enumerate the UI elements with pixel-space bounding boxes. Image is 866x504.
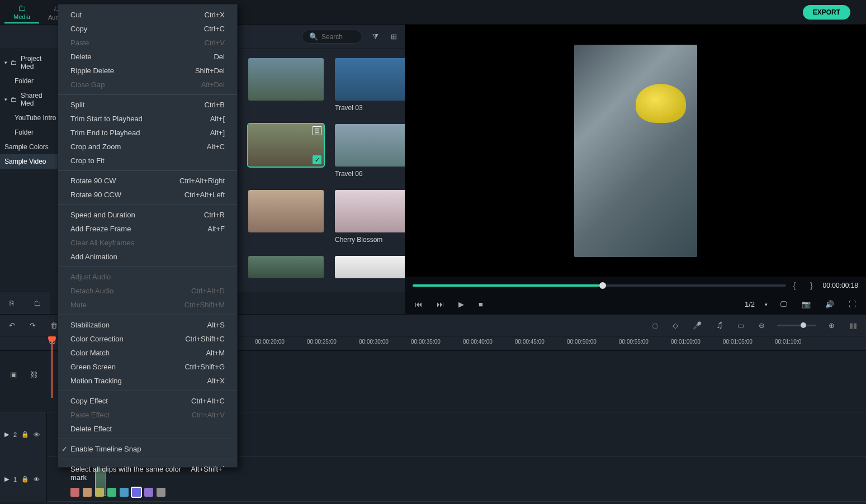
ruler-tick: 00:00:30:00: [359, 339, 389, 345]
ctx-enable-snap[interactable]: Enable Timeline Snap: [58, 442, 237, 456]
redo-icon[interactable]: ↷: [27, 319, 38, 332]
color-swatch[interactable]: [95, 488, 104, 497]
ctx-color-correction[interactable]: Color CorrectionCtrl+Shift+C: [58, 332, 237, 346]
ctx-crop-fit[interactable]: Crop to Fit: [58, 154, 237, 168]
eye-icon[interactable]: 👁: [34, 476, 40, 483]
search-box[interactable]: 🔍: [302, 30, 362, 44]
split-view-icon[interactable]: ▮▮: [847, 319, 859, 332]
zoom-ratio[interactable]: 1/2: [745, 300, 755, 308]
thumb-image: [335, 124, 405, 167]
media-thumb-selected[interactable]: ⊟ ✓: [248, 124, 324, 178]
voiceover-icon[interactable]: 🎤: [690, 319, 704, 332]
lock-icon[interactable]: 🔒: [21, 431, 29, 438]
chevron-down-icon[interactable]: ▾: [765, 302, 768, 307]
sidebar-project-media[interactable]: ▾🗀Project Med: [0, 51, 61, 74]
ruler-tick: 00:00:25:00: [307, 339, 337, 345]
media-thumb[interactable]: [248, 190, 324, 244]
zoom-in-icon[interactable]: ⊕: [826, 319, 837, 332]
sidebar-sample-video[interactable]: Sample Video: [0, 154, 61, 169]
ctx-mute: MuteCtrl+Shift+M: [58, 298, 237, 312]
aspect-badge-icon: ⊟: [313, 126, 321, 135]
zoom-out-icon[interactable]: ⊖: [756, 319, 767, 332]
ctx-copy[interactable]: CopyCtrl+C: [58, 22, 237, 36]
ctx-ripple-delete[interactable]: Ripple DeleteShift+Del: [58, 64, 237, 78]
grid-view-icon[interactable]: ⊞: [389, 30, 399, 43]
audio-mixer-icon[interactable]: ♫̄: [714, 319, 725, 332]
ctx-rotate-cw[interactable]: Rotate 90 CWCtrl+Alt+Right: [58, 174, 237, 188]
playhead[interactable]: [51, 336, 53, 398]
filter-icon[interactable]: ⧩: [370, 30, 381, 44]
fullscreen-icon[interactable]: ⛶: [846, 298, 858, 311]
preview-viewport[interactable]: [405, 25, 866, 277]
keyframe-icon[interactable]: ▭: [735, 319, 746, 332]
ruler-tick: 00:00:40:00: [463, 339, 493, 345]
ctx-trim-start[interactable]: Trim Start to PlayheadAlt+[: [58, 112, 237, 126]
media-thumb[interactable]: [335, 256, 405, 278]
sidebar-youtube-intro[interactable]: YouTube Intro: [0, 111, 61, 125]
ctx-cut[interactable]: CutCtrl+X: [58, 8, 237, 22]
ctx-paste-effect: Paste EffectCtrl+Alt+V: [58, 408, 237, 422]
color-swatch[interactable]: [107, 488, 116, 497]
color-swatch[interactable]: [70, 488, 79, 497]
ctx-select-by-color[interactable]: Select all clips with the same color mar…: [58, 462, 237, 484]
marker-icon[interactable]: ◇: [670, 319, 680, 332]
volume-icon[interactable]: 🔊: [823, 298, 836, 311]
color-swatch[interactable]: [157, 488, 165, 497]
ruler-tick: 00:00:35:00: [411, 339, 441, 345]
snapshot-icon[interactable]: 📷: [799, 298, 813, 311]
render-icon[interactable]: ◌: [650, 319, 660, 332]
thumb-image: [335, 58, 405, 101]
thumb-image: [248, 256, 324, 278]
ctx-rotate-ccw[interactable]: Rotate 90 CCWCtrl+Alt+Left: [58, 188, 237, 202]
ctx-detach-audio: Detach AudioCtrl+Alt+D: [58, 284, 237, 298]
ctx-color-swatches: [58, 484, 237, 498]
media-thumb-travel03[interactable]: Travel 03: [335, 58, 405, 112]
ctx-delete[interactable]: DeleteDel: [58, 50, 237, 64]
ctx-copy-effect[interactable]: Copy EffectCtrl+Alt+C: [58, 394, 237, 408]
sidebar-folder-2[interactable]: Folder: [0, 125, 61, 140]
stop-icon[interactable]: ■: [476, 298, 485, 311]
folder-icon: 🗀: [11, 96, 17, 103]
color-swatch[interactable]: [144, 488, 153, 497]
media-thumb-cherry[interactable]: Cherry Blossom: [335, 190, 405, 244]
new-folder-icon[interactable]: 🗀: [31, 297, 43, 310]
lock-icon[interactable]: 🔒: [21, 476, 29, 483]
color-swatch[interactable]: [132, 488, 141, 497]
search-icon: 🔍: [309, 32, 318, 41]
sidebar-shared-media[interactable]: ▾🗀Shared Med: [0, 88, 61, 111]
eye-icon[interactable]: 👁: [34, 431, 40, 438]
ruler-tick: 00:01:00:00: [671, 339, 701, 345]
ctx-freeze[interactable]: Add Freeze FrameAlt+F: [58, 222, 237, 236]
color-swatch[interactable]: [83, 488, 92, 497]
ctx-trim-end[interactable]: Trim End to PlayheadAlt+]: [58, 126, 237, 140]
color-swatch[interactable]: [120, 488, 129, 497]
ctx-color-match[interactable]: Color MatchAlt+M: [58, 346, 237, 360]
media-thumb-travel06[interactable]: Travel 06: [335, 124, 405, 178]
export-button[interactable]: EXPORT: [803, 5, 850, 20]
ctx-add-animation[interactable]: Add Animation: [58, 250, 237, 264]
import-folder-icon[interactable]: ⎘: [7, 297, 16, 310]
sidebar-folder[interactable]: Folder: [0, 74, 61, 88]
video-track-icon: ▶: [4, 431, 9, 438]
preview-scrubber[interactable]: [413, 284, 786, 287]
chevron-down-icon: ▾: [4, 60, 7, 65]
undo-icon[interactable]: ↶: [7, 319, 17, 332]
step-back-icon[interactable]: ⏮: [413, 298, 424, 311]
ctx-speed[interactable]: Speed and DurationCtrl+R: [58, 208, 237, 222]
ctx-motion-tracking[interactable]: Motion TrackingAlt+X: [58, 374, 237, 388]
media-thumb[interactable]: [248, 58, 324, 112]
ctx-crop-zoom[interactable]: Crop and ZoomAlt+C: [58, 140, 237, 154]
search-input[interactable]: [321, 33, 355, 41]
ctx-split[interactable]: SplitCtrl+B: [58, 98, 237, 112]
step-fwd-icon[interactable]: ⏭: [434, 298, 446, 311]
ctx-stabilization[interactable]: StabilizationAlt+S: [58, 318, 237, 332]
ctx-green-screen[interactable]: Green ScreenCtrl+Shift+G: [58, 360, 237, 374]
tab-media[interactable]: 🗀 Media: [4, 1, 39, 23]
play-icon[interactable]: ▶: [456, 298, 466, 311]
display-icon[interactable]: 🖵: [778, 298, 789, 311]
zoom-slider[interactable]: [777, 325, 816, 326]
sidebar-sample-colors[interactable]: Sample Colors: [0, 140, 61, 154]
media-sidebar: ▾🗀Project Med Folder ▾🗀Shared Med YouTub…: [0, 49, 61, 292]
ctx-delete-effect[interactable]: Delete Effect: [58, 422, 237, 436]
media-thumb[interactable]: [248, 256, 324, 278]
